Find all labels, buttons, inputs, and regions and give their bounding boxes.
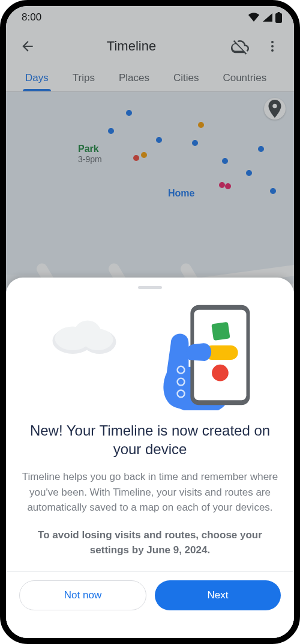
battery-icon (275, 12, 282, 23)
overflow-button[interactable] (260, 34, 284, 58)
not-now-button[interactable]: Not now (19, 580, 146, 610)
tabs: Days Trips Places Cities Countries (6, 64, 294, 92)
map-point (270, 188, 276, 194)
cloud-off-icon (231, 37, 249, 55)
place-name: Park (78, 144, 99, 154)
status-time: 8:00 (22, 11, 41, 23)
drag-handle[interactable] (138, 286, 162, 289)
tab-cities[interactable]: Cities (161, 64, 211, 91)
wifi-icon (248, 13, 260, 22)
bottom-sheet: New! Your Timeline is now created on you… (6, 278, 294, 638)
app-bar: Timeline (6, 29, 294, 64)
map-point (246, 170, 252, 176)
map-label-park: Park 3-9pm (78, 144, 102, 164)
tab-days[interactable]: Days (13, 64, 61, 91)
tab-label: Days (25, 72, 49, 84)
map-point (192, 140, 198, 146)
tab-places[interactable]: Places (107, 64, 161, 91)
tab-label: Countries (223, 72, 266, 84)
map-point (126, 110, 132, 116)
tab-label: Cities (173, 72, 199, 84)
status-icons (248, 12, 282, 23)
back-button[interactable] (16, 34, 40, 58)
sheet-title: New! Your Timeline is now created on you… (23, 421, 277, 458)
svg-rect-25 (211, 322, 230, 341)
tab-countries[interactable]: Countries (211, 64, 278, 91)
tab-trips[interactable]: Trips (61, 64, 107, 91)
svg-rect-1 (278, 12, 280, 14)
sheet-illustration (19, 296, 281, 410)
device-frame: 8:00 Timeline Days Trips Places (0, 0, 300, 644)
arrow-back-icon (20, 38, 35, 54)
sheet-deadline: To avoid losing visits and routes, choos… (19, 527, 281, 558)
place-time: 3-9pm (78, 154, 102, 164)
svg-point-4 (271, 49, 274, 52)
page-title: Timeline (43, 38, 220, 54)
sheet-actions: Not now Next (19, 580, 281, 610)
map-point (219, 182, 225, 188)
cell-signal-icon (262, 13, 273, 22)
tab-label: Trips (73, 72, 95, 84)
cloud-off-button[interactable] (228, 34, 252, 58)
svg-point-3 (271, 45, 274, 47)
location-pin-button[interactable] (264, 98, 286, 120)
map-point (108, 128, 114, 134)
more-vert-icon (265, 39, 280, 53)
screen: 8:00 Timeline Days Trips Places (6, 6, 294, 638)
svg-point-2 (271, 41, 274, 43)
map-point (141, 152, 147, 158)
map-point (133, 155, 139, 161)
button-label: Next (208, 589, 229, 601)
pin-icon (264, 98, 286, 120)
svg-rect-0 (275, 13, 282, 23)
map-label-home: Home (168, 188, 194, 199)
svg-point-27 (212, 365, 229, 381)
tab-label: Places (119, 72, 149, 84)
next-button[interactable]: Next (155, 580, 281, 610)
map-point (198, 122, 204, 128)
map-point (225, 183, 231, 189)
map-point (222, 158, 228, 164)
map-point (258, 146, 264, 152)
sheet-body: Timeline helps you go back in time and r… (19, 469, 281, 515)
divider (6, 571, 294, 572)
button-label: Not now (64, 589, 101, 601)
map-point (156, 137, 162, 143)
status-bar: 8:00 (6, 6, 294, 29)
svg-point-19 (82, 329, 113, 350)
